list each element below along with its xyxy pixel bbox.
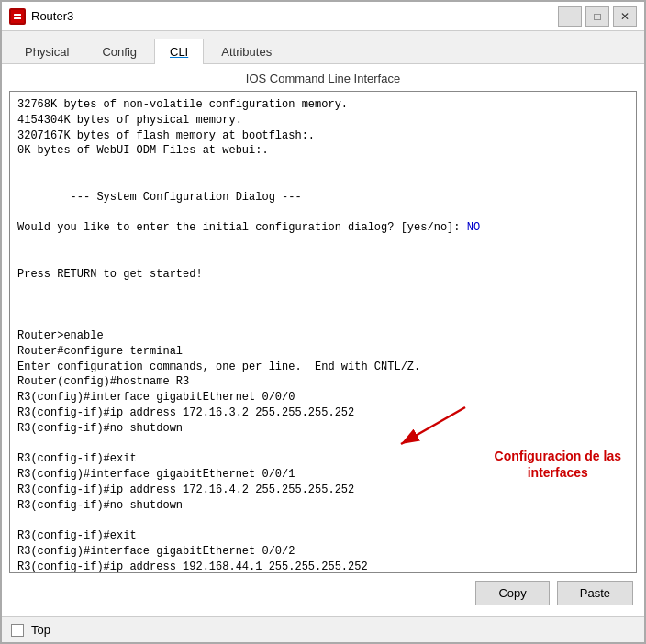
- title-bar-left: Router3: [9, 8, 73, 25]
- main-window: Router3 — □ ✕ Physical Config CLI Attrib…: [0, 0, 646, 644]
- maximize-button[interactable]: □: [585, 6, 609, 27]
- title-controls: — □ ✕: [558, 6, 637, 27]
- window-title: Router3: [31, 9, 73, 23]
- cli-title: IOS Command Line Interface: [9, 72, 637, 85]
- close-button[interactable]: ✕: [613, 6, 637, 27]
- svg-rect-1: [14, 14, 21, 16]
- paste-button[interactable]: Paste: [557, 581, 633, 605]
- terminal-output: 32768K bytes of non-volatile configurati…: [17, 97, 629, 573]
- footer-bar: Top: [2, 616, 644, 642]
- tabs-bar: Physical Config CLI Attributes: [2, 31, 644, 64]
- minimize-button[interactable]: —: [558, 6, 582, 27]
- content-area: IOS Command Line Interface 32768K bytes …: [2, 64, 644, 616]
- top-checkbox[interactable]: [11, 624, 24, 637]
- tab-physical[interactable]: Physical: [9, 39, 84, 64]
- tab-attributes[interactable]: Attributes: [206, 39, 287, 64]
- router-icon: [9, 8, 26, 25]
- top-label: Top: [31, 623, 50, 637]
- copy-button[interactable]: Copy: [475, 581, 549, 605]
- svg-rect-0: [12, 11, 23, 22]
- tab-cli[interactable]: CLI: [154, 39, 204, 64]
- buttons-row: Copy Paste: [9, 573, 637, 609]
- title-bar: Router3 — □ ✕: [2, 2, 644, 31]
- terminal[interactable]: 32768K bytes of non-volatile configurati…: [9, 91, 637, 573]
- tab-config[interactable]: Config: [86, 39, 152, 64]
- svg-rect-2: [14, 17, 21, 19]
